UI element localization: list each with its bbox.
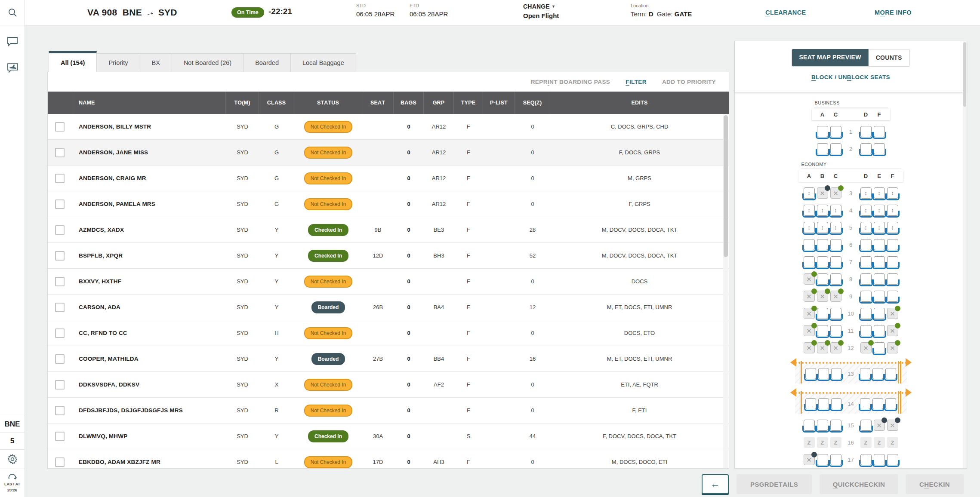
seat-9C[interactable]: ✕	[830, 291, 841, 302]
search-icon[interactable]	[0, 0, 25, 25]
seat-4E[interactable]: ↕	[874, 205, 885, 216]
seat-8D[interactable]	[860, 273, 872, 285]
seat-12E[interactable]	[874, 342, 885, 353]
seat-13A[interactable]	[805, 368, 816, 379]
psgr-details-button[interactable]: PSGR DETAILS	[737, 474, 812, 494]
seat-7F[interactable]	[887, 256, 898, 267]
seat-3D[interactable]: ↕	[860, 187, 872, 199]
seat-1F[interactable]	[874, 126, 885, 137]
tab-not-boarded-26-[interactable]: Not Boarded (26)	[172, 53, 243, 72]
seat-4F[interactable]: ↕	[887, 205, 898, 216]
column-header-name[interactable]: NAME	[73, 92, 226, 114]
seat-5D[interactable]: ↕	[860, 222, 872, 233]
table-row[interactable]: ANDERSON, CRAIG MRSYDGNot Checked In0AR1…	[48, 166, 729, 191]
seat-7B[interactable]	[817, 256, 828, 267]
row-checkbox[interactable]	[55, 251, 65, 261]
seat-5A[interactable]: ↕	[804, 222, 815, 233]
seat-13B[interactable]	[818, 368, 829, 379]
scrollbar-thumb[interactable]	[724, 115, 728, 257]
action-filter[interactable]: FILTER	[626, 79, 647, 85]
seat-14A[interactable]	[805, 398, 816, 409]
seat-5F[interactable]: ↕	[887, 222, 898, 233]
table-row[interactable]: COOPER, MATHILDASYDYBoarded27B0BB4F16M, …	[48, 346, 729, 372]
column-header-p-list[interactable]: P-LIST	[483, 92, 515, 114]
row-checkbox[interactable]	[55, 457, 65, 467]
seatmap-scrollbar-thumb[interactable]	[963, 42, 966, 107]
tab-bx[interactable]: BX	[140, 53, 172, 72]
seat-17C[interactable]	[830, 454, 841, 465]
table-row[interactable]: CC, RFND TO CCSYDHNot Checked In0F0DOCS,…	[48, 320, 729, 346]
seat-17E[interactable]	[874, 454, 885, 465]
seat-9B[interactable]: ✕	[817, 291, 828, 302]
seat-6D[interactable]	[860, 239, 872, 250]
seat-14D[interactable]	[860, 398, 871, 409]
tab-local-baggage[interactable]: Local Baggage	[290, 53, 356, 72]
chat-icon[interactable]	[0, 25, 25, 57]
tab-priority[interactable]: Priority	[96, 53, 140, 72]
seat-12F[interactable]: ✕	[887, 342, 898, 353]
seat-map-preview-button[interactable]: SEAT MAP PREVIEW	[792, 49, 868, 66]
row-checkbox[interactable]	[55, 354, 65, 364]
seat-3F[interactable]: ↕	[887, 187, 898, 199]
seatmap-scrollbar[interactable]	[963, 41, 967, 468]
list-scrollbar[interactable]	[723, 114, 728, 468]
seat-17B[interactable]	[817, 454, 828, 465]
change-dropdown[interactable]: CHANGE ▼	[523, 3, 559, 10]
row-checkbox[interactable]	[55, 277, 65, 286]
table-row[interactable]: DLWMVQ, MHWPSYDYChecked In30A0S44F, DOCV…	[48, 423, 729, 449]
seat-16A[interactable]: Z	[804, 437, 815, 448]
seat-8E[interactable]	[874, 273, 885, 285]
seat-14C[interactable]	[831, 398, 842, 409]
seat-6B[interactable]	[817, 239, 828, 250]
seat-8C[interactable]	[830, 273, 841, 285]
seat-10F[interactable]: ✕	[887, 308, 898, 319]
row-checkbox[interactable]	[55, 303, 65, 312]
row-checkbox[interactable]	[55, 199, 65, 209]
check-in-button[interactable]: CHECK IN	[906, 474, 964, 494]
column-header-class[interactable]: CLASS	[259, 92, 294, 114]
seat-11C[interactable]	[830, 325, 841, 336]
seat-12C[interactable]: ✕	[830, 342, 841, 353]
seat-14E[interactable]	[872, 398, 883, 409]
seat-16E[interactable]: Z	[874, 437, 885, 448]
seat-16F[interactable]: Z	[887, 437, 898, 448]
column-header-grp[interactable]: GRP	[424, 92, 454, 114]
seat-7C[interactable]	[830, 256, 841, 267]
seat-1D[interactable]	[860, 126, 872, 137]
seat-9A[interactable]: ✕	[804, 291, 815, 302]
seat-7D[interactable]	[860, 256, 872, 267]
seat-13D[interactable]	[860, 368, 871, 379]
seat-15E[interactable]: ✕	[874, 420, 885, 431]
seat-10A[interactable]: ✕	[804, 308, 815, 319]
row-checkbox[interactable]	[55, 406, 65, 415]
seat-15D[interactable]	[860, 420, 872, 431]
seat-1A[interactable]	[817, 126, 828, 137]
seat-2D[interactable]	[860, 143, 872, 154]
seat-15F[interactable]: ✕	[887, 420, 898, 431]
seat-16D[interactable]: Z	[860, 437, 872, 448]
seat-17D[interactable]	[860, 454, 872, 465]
back-button[interactable]: ←	[702, 474, 729, 494]
table-row[interactable]: ANDERSON, JANE MISSSYDGNot Checked In0AR…	[48, 140, 729, 166]
chat-plane-icon[interactable]	[0, 57, 25, 79]
seat-4D[interactable]: ↕	[860, 205, 872, 216]
seat-9E[interactable]	[874, 291, 885, 302]
quick-check-in-button[interactable]: QUICK CHECK IN	[820, 474, 898, 494]
row-checkbox[interactable]	[55, 225, 65, 235]
seat-2F[interactable]	[874, 143, 885, 154]
seat-13E[interactable]	[872, 368, 883, 379]
seat-3B[interactable]: ✕	[817, 187, 828, 199]
seat-9F[interactable]	[887, 291, 898, 302]
seat-11D[interactable]	[860, 325, 872, 336]
seat-13F[interactable]	[885, 368, 896, 379]
seat-12B[interactable]: ✕	[817, 342, 828, 353]
action-reprint-boarding-pass[interactable]: REPRINT BOARDING PASS	[531, 79, 610, 85]
seat-13C[interactable]	[831, 368, 842, 379]
seat-6A[interactable]	[804, 239, 815, 250]
tab-all-154-[interactable]: All (154)	[49, 51, 97, 72]
row-checkbox[interactable]	[55, 122, 65, 132]
column-header-seq-z-[interactable]: SEQ (Z)	[515, 92, 550, 114]
more-info-button[interactable]: MORE INFO	[875, 9, 912, 16]
seat-15B[interactable]	[817, 420, 828, 431]
seat-11F[interactable]: ✕	[887, 325, 898, 336]
